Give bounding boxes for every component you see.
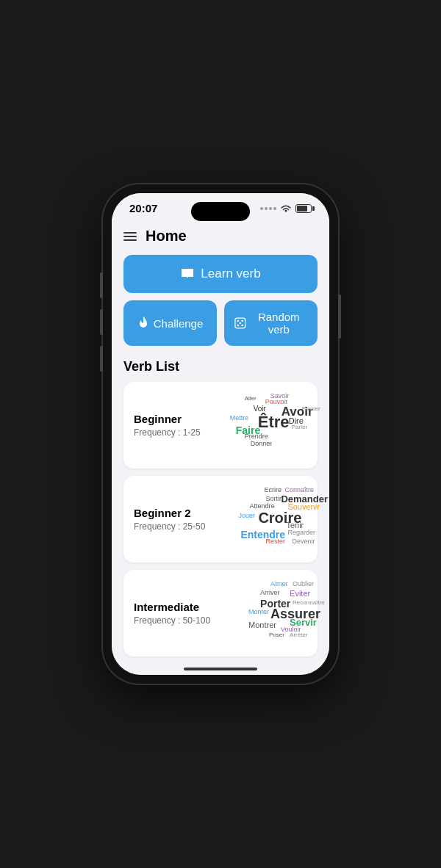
word-cloud-word: Passer xyxy=(302,405,320,412)
word-cloud-word: Sortir xyxy=(265,495,282,502)
word-cloud-word: Aller xyxy=(245,395,257,402)
svg-point-2 xyxy=(241,320,243,322)
action-buttons-row: Challenge Random verb xyxy=(123,300,318,346)
word-cloud-word: Oublier xyxy=(293,580,314,587)
word-cloud: EcrireConnaîtreSortirDemanderAttendreSou… xyxy=(205,486,323,552)
dynamic-island xyxy=(191,202,250,221)
screen-content: Home Learn verb Challenge xyxy=(112,219,329,660)
learn-verb-button[interactable]: Learn verb xyxy=(123,255,318,293)
flame-icon xyxy=(137,317,149,330)
card-subtitle: Frequency : 25-50 xyxy=(134,521,205,532)
battery-icon xyxy=(295,204,312,213)
word-cloud-word: Connaître xyxy=(284,486,314,493)
word-cloud-word: Poser xyxy=(269,632,284,638)
word-cloud-word: Parler xyxy=(292,424,307,430)
word-cloud-word: Devenir xyxy=(292,538,315,545)
status-icons xyxy=(260,204,312,213)
card-subtitle: Frequency : 50-100 xyxy=(134,615,210,626)
challenge-label: Challenge xyxy=(154,317,204,330)
word-cloud-word: Jouer xyxy=(238,512,255,519)
word-cloud-word: Arrêter xyxy=(290,632,307,638)
card-info: BeginnerFrequency : 1-25 xyxy=(134,413,201,438)
verb-list-card[interactable]: IntermediateFrequency : 50-100AimerOubli… xyxy=(123,570,318,657)
status-time: 20:07 xyxy=(129,202,157,214)
word-cloud-word: Donner xyxy=(251,440,273,447)
random-verb-button[interactable]: Random verb xyxy=(224,300,318,346)
learn-verb-label: Learn verb xyxy=(201,267,260,281)
signal-icon xyxy=(260,207,276,210)
card-info: Beginner 2Frequency : 25-50 xyxy=(134,507,205,532)
home-indicator xyxy=(112,660,329,675)
word-cloud-word: Être xyxy=(258,413,290,432)
word-cloud-word: Voir xyxy=(254,405,266,413)
book-icon xyxy=(180,267,195,281)
word-cloud-word: Attendre xyxy=(249,502,274,510)
svg-point-3 xyxy=(239,322,241,325)
verb-list-card[interactable]: Beginner 2Frequency : 25-50EcrireConnaît… xyxy=(123,476,318,563)
word-cloud-word: Arriver xyxy=(260,589,280,596)
word-cloud-word: Rester xyxy=(265,538,285,545)
svg-point-5 xyxy=(241,325,243,327)
card-info: IntermediateFrequency : 50-100 xyxy=(134,601,210,626)
card-subtitle: Frequency : 1-25 xyxy=(134,427,201,438)
word-cloud-word: Eviter xyxy=(290,589,310,598)
word-cloud-word: Aimer xyxy=(270,580,288,587)
challenge-button[interactable]: Challenge xyxy=(123,300,217,346)
card-title: Beginner xyxy=(134,413,201,425)
word-cloud: AimerOublierArriverEviterPorterReconnaît… xyxy=(210,580,328,646)
card-title: Intermediate xyxy=(134,601,210,613)
word-cloud-word: Ecrire xyxy=(264,486,282,493)
dice-icon xyxy=(234,317,246,330)
wifi-icon xyxy=(280,204,292,213)
verb-list-card[interactable]: BeginnerFrequency : 1-25SavoirAllerPouvo… xyxy=(123,382,318,469)
verb-list-section-title: Verb List xyxy=(123,359,318,375)
word-cloud-word: Montrer xyxy=(248,621,276,629)
word-cloud: SavoirAllerPouvoirVoirAvoirPasserMettreÊ… xyxy=(201,392,318,458)
card-title: Beginner 2 xyxy=(134,507,205,519)
page-title: Home xyxy=(146,228,187,245)
word-cloud-word: Monter xyxy=(248,608,269,615)
word-cloud-word: Regarder xyxy=(287,529,315,536)
random-verb-label: Random verb xyxy=(251,311,308,336)
menu-button[interactable] xyxy=(123,232,137,241)
word-cloud-word: Reconnaître xyxy=(293,599,325,606)
word-cloud-word: Prendre xyxy=(245,433,268,440)
verb-list-cards: BeginnerFrequency : 1-25SavoirAllerPouvo… xyxy=(123,382,318,657)
header: Home xyxy=(123,228,318,245)
svg-point-4 xyxy=(237,325,239,327)
word-cloud-word: Mettre xyxy=(230,414,249,422)
svg-point-1 xyxy=(237,320,239,322)
home-bar xyxy=(184,668,257,670)
